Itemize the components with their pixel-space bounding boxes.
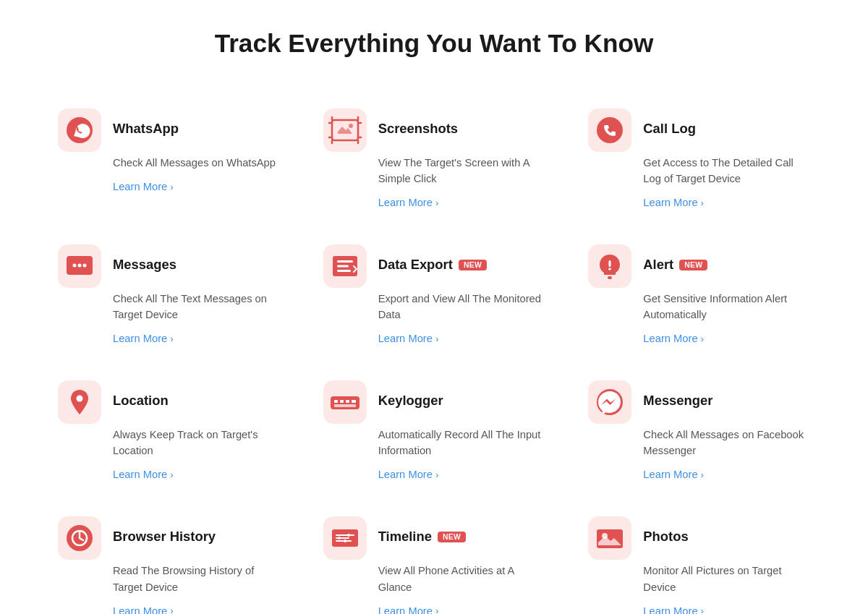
- feature-title: Keylogger: [378, 393, 443, 409]
- feature-title-row: Messages: [113, 257, 176, 273]
- svg-point-28: [609, 268, 612, 270]
- feature-title: Data Export: [378, 257, 453, 273]
- browserhistory-icon: [58, 516, 101, 560]
- chevron-right-icon: ›: [170, 469, 174, 480]
- feature-title: Alert: [643, 257, 673, 273]
- svg-point-48: [338, 537, 341, 540]
- feature-header: Data Export New: [323, 244, 545, 288]
- dataexport-icon: [323, 244, 367, 288]
- screenshots-icon: [323, 108, 367, 152]
- feature-title: Call Log: [643, 121, 696, 137]
- learn-more-link[interactable]: Learn More ›: [323, 333, 545, 344]
- learn-more-link[interactable]: Learn More ›: [588, 605, 810, 614]
- feature-desc: Export and View All The Monitored Data: [323, 291, 545, 323]
- svg-rect-37: [334, 404, 356, 407]
- feature-header: Messages: [58, 244, 280, 288]
- feature-title: WhatsApp: [113, 121, 179, 137]
- learn-more-link[interactable]: Learn More ›: [588, 197, 810, 208]
- learn-more-link[interactable]: Learn More ›: [58, 333, 280, 344]
- feature-item-messenger: Messenger Check All Messages on Facebook…: [566, 366, 832, 502]
- feature-desc: Monitor All Pictures on Target Device: [588, 563, 810, 594]
- feature-item-keylogger: Keylogger Automatically Record All The I…: [302, 366, 567, 502]
- messenger-icon: [588, 380, 631, 424]
- chevron-right-icon: ›: [701, 333, 705, 344]
- svg-rect-23: [337, 265, 349, 268]
- chevron-right-icon: ›: [435, 469, 439, 480]
- feature-desc: Get Access to The Detailed Call Log of T…: [588, 155, 810, 187]
- feature-header: Keylogger: [323, 380, 545, 424]
- feature-desc: View All Phone Activities at A Glance: [323, 563, 545, 594]
- whatsapp-icon: [58, 108, 101, 152]
- feature-title-row: Call Log: [643, 121, 696, 137]
- feature-title-row: Messenger: [643, 393, 712, 409]
- feature-item-alert: Alert New Get Sensitive Information Aler…: [566, 230, 832, 366]
- badge-new: New: [438, 532, 466, 542]
- feature-item-calllog: Call Log Get Access to The Detailed Call…: [566, 94, 832, 230]
- alert-icon: [588, 244, 631, 288]
- learn-more-link[interactable]: Learn More ›: [323, 469, 545, 480]
- feature-title-row: Keylogger: [378, 393, 443, 409]
- svg-rect-22: [337, 260, 353, 263]
- feature-header: Call Log: [588, 108, 810, 152]
- feature-title: Messages: [113, 257, 176, 273]
- feature-item-photos: Photos Monitor All Pictures on Target De…: [566, 502, 832, 614]
- svg-rect-52: [597, 529, 623, 548]
- feature-header: Messenger: [588, 380, 810, 424]
- svg-point-18: [78, 264, 82, 268]
- learn-more-link[interactable]: Learn More ›: [323, 197, 545, 208]
- feature-title: Messenger: [643, 393, 712, 409]
- feature-header: Screenshots: [323, 108, 545, 152]
- svg-rect-27: [609, 260, 611, 267]
- svg-point-4: [349, 124, 353, 128]
- feature-header: Location: [58, 380, 280, 424]
- feature-desc: Always Keep Track on Target's Location: [58, 427, 280, 459]
- chevron-right-icon: ›: [701, 605, 705, 614]
- svg-rect-33: [334, 400, 338, 403]
- learn-more-link[interactable]: Learn More ›: [588, 469, 810, 480]
- learn-more-link[interactable]: Learn More ›: [58, 605, 280, 614]
- timeline-icon: [323, 516, 367, 560]
- feature-title-row: Screenshots: [378, 121, 458, 137]
- svg-point-30: [77, 396, 83, 402]
- feature-title-row: Location: [113, 393, 169, 409]
- chevron-right-icon: ›: [435, 605, 439, 614]
- feature-title: Location: [113, 393, 169, 409]
- feature-header: Photos: [588, 516, 810, 560]
- svg-rect-26: [608, 276, 612, 279]
- feature-title: Browser History: [113, 529, 216, 545]
- feature-desc: Automatically Record All The Input Infor…: [323, 427, 545, 459]
- location-icon: [58, 380, 101, 424]
- feature-title-row: Photos: [643, 529, 688, 545]
- chevron-right-icon: ›: [170, 605, 174, 614]
- feature-title-row: Data Export New: [378, 257, 487, 273]
- feature-item-timeline: Timeline New View All Phone Activities a…: [302, 502, 567, 614]
- feature-item-location: Location Always Keep Track on Target's L…: [36, 366, 302, 502]
- chevron-right-icon: ›: [170, 333, 174, 344]
- feature-title-row: Alert New: [643, 257, 707, 273]
- chevron-right-icon: ›: [435, 333, 439, 344]
- feature-title-row: WhatsApp: [113, 121, 179, 137]
- features-grid: WhatsApp Check All Messages on WhatsApp …: [36, 94, 832, 614]
- learn-more-link[interactable]: Learn More ›: [58, 181, 280, 192]
- chevron-right-icon: ›: [701, 197, 705, 208]
- feature-title: Photos: [643, 529, 688, 545]
- feature-desc: Get Sensitive Information Alert Automati…: [588, 291, 810, 323]
- feature-desc: Read The Browsing History of Target Devi…: [58, 563, 280, 594]
- chevron-right-icon: ›: [701, 469, 705, 480]
- feature-item-messages: Messages Check All The Text Messages on …: [36, 230, 302, 366]
- feature-title: Timeline: [378, 529, 432, 545]
- learn-more-link[interactable]: Learn More ›: [323, 605, 545, 614]
- feature-desc: View The Target's Screen with A Simple C…: [323, 155, 545, 187]
- badge-new: New: [459, 260, 487, 270]
- svg-rect-34: [340, 400, 344, 403]
- learn-more-link[interactable]: Learn More ›: [58, 469, 280, 480]
- svg-rect-24: [337, 270, 351, 272]
- photos-icon: [588, 516, 631, 560]
- svg-point-19: [83, 264, 87, 268]
- svg-rect-35: [346, 400, 349, 403]
- svg-point-17: [73, 264, 77, 268]
- feature-item-whatsapp: WhatsApp Check All Messages on WhatsApp …: [36, 94, 302, 230]
- feature-header: Browser History: [58, 516, 280, 560]
- learn-more-link[interactable]: Learn More ›: [588, 333, 810, 344]
- feature-header: WhatsApp: [58, 108, 280, 152]
